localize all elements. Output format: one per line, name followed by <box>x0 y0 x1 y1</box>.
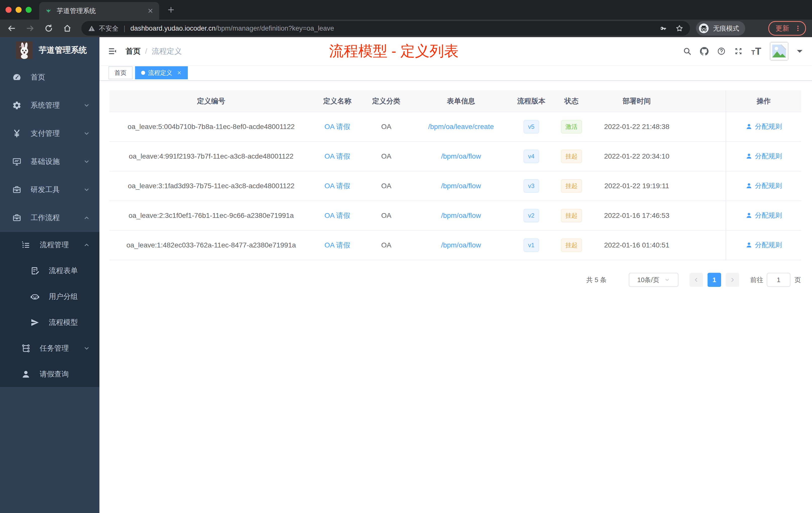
sidebar-item-process-form[interactable]: 流程表单 <box>0 258 99 283</box>
cell-name: OA 请假 <box>313 201 362 231</box>
next-page-button[interactable] <box>726 273 739 287</box>
address-bar[interactable]: 不安全 | dashboard.yudao.iocoder.cn/bpm/man… <box>81 21 690 36</box>
forward-button[interactable] <box>26 24 35 33</box>
definition-name-link[interactable]: OA 请假 <box>324 182 350 190</box>
chrome-update-button[interactable]: 更新 <box>768 21 806 36</box>
definition-name-link[interactable]: OA 请假 <box>324 123 350 130</box>
assign-rule-button[interactable]: 分配规则 <box>746 122 782 131</box>
definition-name-link[interactable]: OA 请假 <box>324 241 350 249</box>
cell-name: OA 请假 <box>313 171 362 201</box>
close-window-button[interactable] <box>5 7 11 13</box>
form-link[interactable]: /bpm/oa/leave/create <box>428 123 494 130</box>
definition-name-link[interactable]: OA 请假 <box>324 152 350 160</box>
assign-rule-button[interactable]: 分配规则 <box>746 152 782 161</box>
deploy-time: 2022-01-22 20:34:10 <box>604 152 669 160</box>
hamburger-icon[interactable] <box>108 47 117 56</box>
status-tag: 挂起 <box>561 209 582 222</box>
cell-status: 激活 <box>551 112 591 142</box>
not-secure-warning-icon[interactable] <box>88 25 95 32</box>
prev-page-button[interactable] <box>690 273 703 287</box>
tag-active-流程定义[interactable]: 流程定义 <box>135 66 188 79</box>
table-row: oa_leave:2:3c1f0ef1-76b1-11ec-9c66-a2380… <box>110 201 801 231</box>
home-button[interactable] <box>63 24 72 33</box>
goto-label: 前往 <box>750 276 763 284</box>
sidebar-item-label: 系统管理 <box>31 100 60 111</box>
incognito-label: 无痕模式 <box>713 24 739 33</box>
tag-首页[interactable]: 首页 <box>109 66 133 79</box>
sidebar-item-process-management[interactable]: 流程管理 <box>0 232 99 258</box>
app-logo-avatar <box>16 41 33 59</box>
sidebar-item-infrastructure[interactable]: 基础设施 <box>0 148 99 176</box>
sidebar-item-process-model[interactable]: 流程模型 <box>0 309 99 335</box>
cell-version: v1 <box>511 231 551 260</box>
definition-category: OA <box>381 123 391 130</box>
assign-user-icon <box>746 241 753 248</box>
font-size-icon[interactable]: TT <box>751 46 761 56</box>
assign-rule-label: 分配规则 <box>755 152 782 161</box>
reload-button[interactable] <box>44 24 53 33</box>
cell-version: v5 <box>511 112 551 142</box>
cell-action: 分配规则 <box>726 231 801 260</box>
assign-rule-button[interactable]: 分配规则 <box>746 181 782 190</box>
definition-id: oa_leave:4:991f2193-7b7f-11ec-a3c8-acde4… <box>129 152 293 160</box>
new-tab-button[interactable] <box>167 5 175 14</box>
help-icon[interactable] <box>717 47 726 56</box>
cell-status: 挂起 <box>551 201 591 231</box>
column-header-spacer <box>682 90 726 112</box>
version-tag: v1 <box>523 238 539 252</box>
breadcrumb-home[interactable]: 首页 <box>125 46 141 57</box>
password-manager-icon[interactable] <box>659 24 667 32</box>
minimize-window-button[interactable] <box>16 7 22 13</box>
form-link[interactable]: /bpm/oa/flow <box>441 152 481 160</box>
sidebar: 芋道管理系统 首页系统管理支付管理基础设施研发工具工作流程流程管理流程表单用户分… <box>0 37 99 513</box>
assign-user-icon <box>746 123 753 130</box>
sidebar-item-user-group[interactable]: 用户分组 <box>0 283 99 309</box>
browser-tab[interactable]: 芋道管理系统 <box>39 2 159 20</box>
sidebar-item-dev-tools[interactable]: 研发工具 <box>0 176 99 204</box>
sidebar-item-home[interactable]: 首页 <box>0 63 99 91</box>
browser-toolbar: 不安全 | dashboard.yudao.iocoder.cn/bpm/man… <box>0 20 812 37</box>
select-caret-icon <box>664 277 670 282</box>
tag-close-icon[interactable] <box>177 70 182 75</box>
bookmark-icon[interactable] <box>675 24 684 32</box>
browser-menu-icon[interactable] <box>795 25 801 32</box>
page-number-1[interactable]: 1 <box>707 273 721 287</box>
sidebar-item-label: 任务管理 <box>40 343 69 353</box>
form-link[interactable]: /bpm/oa/flow <box>441 241 481 249</box>
sidebar-logo[interactable]: 芋道管理系统 <box>0 37 99 63</box>
cell-id: oa_leave:4:991f2193-7b7f-11ec-a3c8-acde4… <box>110 142 313 171</box>
fullscreen-icon[interactable] <box>734 47 743 56</box>
github-icon[interactable] <box>700 47 708 56</box>
sidebar-item-task-management[interactable]: 任务管理 <box>0 335 99 361</box>
column-header-version: 流程版本 <box>511 90 551 112</box>
form-link[interactable]: /bpm/oa/flow <box>441 212 481 219</box>
search-icon[interactable] <box>683 47 692 56</box>
column-header-action: 操作 <box>726 90 801 112</box>
definition-id: oa_leave:3:1fad3d93-7b75-11ec-a3c8-acde4… <box>128 182 294 190</box>
breadcrumb: 首页 / 流程定义 <box>125 46 182 57</box>
assign-rule-label: 分配规则 <box>755 211 782 220</box>
assign-rule-button[interactable]: 分配规则 <box>746 211 782 220</box>
tree-icon <box>21 343 31 353</box>
page-annotation: 流程模型 - 定义列表 <box>329 41 459 61</box>
back-button[interactable] <box>7 24 16 33</box>
sidebar-item-system-management[interactable]: 系统管理 <box>0 91 99 119</box>
goto-page-input[interactable] <box>767 273 790 287</box>
avatar-caret-down-icon[interactable] <box>797 50 803 56</box>
cell-version: v4 <box>511 142 551 171</box>
page-size-select[interactable]: 10条/页 <box>629 273 678 287</box>
zoom-window-button[interactable] <box>26 7 32 13</box>
form-link[interactable]: /bpm/oa/flow <box>441 182 481 190</box>
assign-rule-button[interactable]: 分配规则 <box>746 240 782 249</box>
sidebar-item-label: 首页 <box>31 72 45 82</box>
cell-category: OA <box>362 171 411 201</box>
sidebar-item-leave-query[interactable]: 请假查询 <box>0 361 99 387</box>
chevron-up-icon <box>83 215 90 221</box>
tab-close-icon[interactable] <box>147 7 154 14</box>
user-avatar[interactable] <box>770 42 788 60</box>
definition-name-link[interactable]: OA 请假 <box>324 212 350 219</box>
sidebar-item-workflow[interactable]: 工作流程 <box>0 204 99 232</box>
deploy-time: 2022-01-22 21:48:38 <box>604 123 669 130</box>
chevron-down-icon <box>83 186 90 193</box>
sidebar-item-payment-management[interactable]: 支付管理 <box>0 119 99 148</box>
